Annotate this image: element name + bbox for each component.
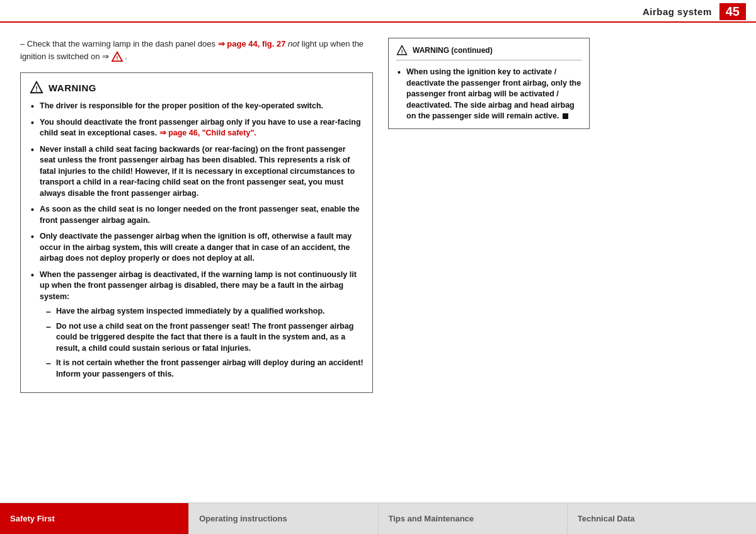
main-content: – Check that the warning lamp in the das… [0, 23, 756, 503]
chapter-title: Airbag system [643, 6, 712, 17]
intro-period: . [125, 52, 127, 61]
warning-item-4: As soon as the child seat is no longer n… [30, 204, 364, 226]
intro-text-before: – Check that the warning lamp in the das… [20, 39, 218, 48]
svg-text:!: ! [116, 55, 118, 61]
page-number: 45 [719, 3, 746, 20]
warning-header: ! WARNING [30, 81, 364, 94]
warning-continued-items-list: When using the ignition key to activate … [396, 67, 581, 122]
warning-subitems-list: Have the airbag system inspected immedia… [40, 306, 364, 380]
stop-square-icon [563, 113, 568, 119]
warning-subitem-1: Have the airbag system inspected immedia… [46, 306, 364, 317]
warning-items-list: The driver is responsible for the proper… [30, 101, 364, 380]
right-column: ! WARNING (continued) When using the ign… [388, 38, 590, 492]
warning-continued-title: WARNING (continued) [413, 46, 493, 55]
warning-item-5: Only deactivate the passenger airbag whe… [30, 231, 364, 264]
warning-box: ! WARNING The driver is responsible for … [20, 72, 373, 393]
footer-tab-tips-maintenance[interactable]: Tips and Maintenance [379, 503, 568, 534]
left-column: – Check that the warning lamp in the das… [20, 38, 373, 492]
intro-paragraph: – Check that the warning lamp in the das… [20, 38, 373, 62]
warning-subitem-2: Do not use a child seat on the front pas… [46, 321, 364, 355]
footer-tab-technical-label: Technical Data [578, 514, 635, 523]
footer-tab-operating-label: Operating instructions [199, 514, 287, 523]
warning-continued-box: ! WARNING (continued) When using the ign… [388, 38, 590, 129]
footer-tab-technical-data[interactable]: Technical Data [568, 503, 756, 534]
warning-item-6: When the passenger airbag is deactivated… [30, 270, 364, 380]
warning-continued-item-1: When using the ignition key to activate … [396, 67, 581, 122]
warning-continued-header: ! WARNING (continued) [396, 45, 581, 60]
warning-subitem-3: It is not certain whether the front pass… [46, 358, 364, 380]
warning-item-3: Never install a child seat facing backwa… [30, 144, 364, 200]
warning-icon-inline: ! [112, 52, 125, 61]
footer-tab-tips-label: Tips and Maintenance [389, 514, 474, 523]
warning-item-2: You should deactivate the front passenge… [30, 117, 364, 139]
footer-tab-safety-first[interactable]: Safety First [0, 503, 189, 534]
warning-continued-triangle-icon: ! [396, 45, 408, 56]
footer-tab-safety-first-label: Safety First [10, 514, 55, 523]
footer-tab-operating-instructions[interactable]: Operating instructions [189, 503, 378, 534]
warning-triangle-icon: ! [30, 81, 43, 94]
warning-item-1: The driver is responsible for the proper… [30, 101, 364, 112]
page-header: Airbag system 45 [0, 0, 756, 23]
warning-title: WARNING [49, 82, 96, 93]
page-link: ⇒ page 44, fig. 27 [218, 39, 286, 48]
svg-text:!: ! [35, 86, 37, 93]
svg-text:!: ! [401, 49, 403, 55]
page-footer: Safety First Operating instructions Tips… [0, 503, 756, 534]
